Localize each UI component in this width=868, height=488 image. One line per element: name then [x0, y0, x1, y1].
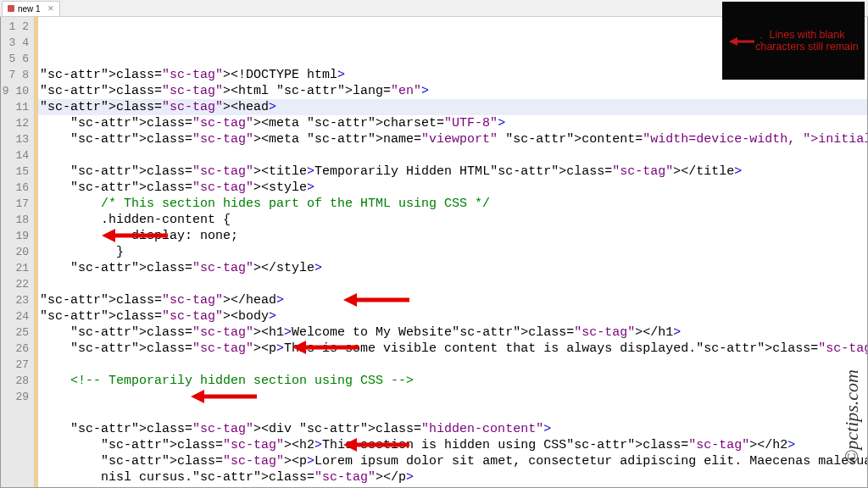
svg-marker-1 [729, 37, 737, 46]
callout-text: Lines with blank characters still remain [754, 29, 860, 53]
svg-marker-9 [191, 390, 204, 403]
annotation-callout: : Lines with blank characters still rema… [722, 2, 865, 80]
close-icon[interactable]: ✕ [47, 4, 54, 13]
callout-marker: : [760, 34, 762, 46]
arrow-left-icon [729, 36, 754, 47]
code-area[interactable]: "sc-attr">class="sc-tag"><!DOCTYPE html>… [38, 17, 867, 487]
code-content: "sc-attr">class="sc-tag"><!DOCTYPE html>… [40, 67, 867, 487]
svg-marker-5 [343, 293, 357, 307]
file-modified-icon [8, 5, 14, 12]
arrow-left-icon [102, 227, 168, 244]
file-tab[interactable]: new 1 ✕ [2, 1, 60, 16]
svg-marker-11 [343, 438, 357, 452]
arrow-left-icon [343, 436, 409, 453]
svg-marker-3 [102, 229, 115, 242]
arrow-left-icon [292, 339, 359, 356]
watermark: ©pctips.com [841, 369, 863, 463]
tab-label: new 1 [18, 4, 41, 14]
line-number-gutter: 1 2 3 4 5 6 7 8 9 10 11 12 13 14 15 16 1… [1, 17, 35, 487]
code-editor[interactable]: 1 2 3 4 5 6 7 8 9 10 11 12 13 14 15 16 1… [0, 17, 868, 488]
svg-marker-7 [292, 341, 306, 354]
arrow-left-icon [343, 291, 409, 308]
arrow-left-icon [191, 388, 257, 405]
